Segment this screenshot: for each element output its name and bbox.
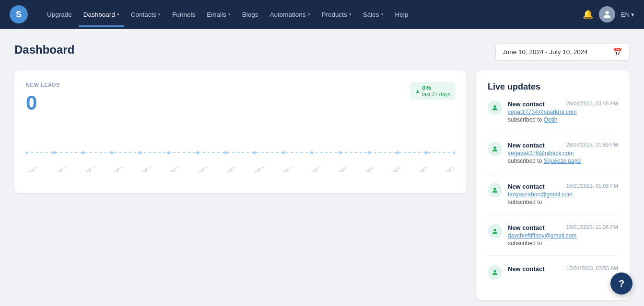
chevron-down-icon: ▾ bbox=[158, 12, 161, 17]
update-item: New contact 15/01/2023, 03:55 AM bbox=[488, 265, 618, 288]
logo[interactable]: S bbox=[10, 5, 28, 23]
svg-point-18 bbox=[493, 147, 496, 149]
nav-automations[interactable]: Automations ▾ bbox=[265, 7, 315, 22]
person-icon bbox=[491, 104, 499, 112]
leads-chart: Jun 10 Jun 12 Jun 14 Jun 16 Jun 18 Jun 2… bbox=[26, 124, 455, 181]
svg-point-12 bbox=[339, 151, 342, 154]
svg-point-6 bbox=[167, 151, 171, 154]
contact-avatar bbox=[488, 265, 502, 280]
chevron-down-icon: ▾ bbox=[117, 12, 119, 17]
live-updates-title: Live updates bbox=[488, 82, 618, 92]
left-column: NEW LEADS 0 ▲ 0% last 31 days bbox=[14, 70, 467, 193]
svg-point-16 bbox=[453, 151, 455, 154]
page-header: Dashboard June 10, 2024 - July 10, 2024 … bbox=[14, 43, 630, 61]
live-updates-card: Live updates New contact 28/09/2023, 03:… bbox=[476, 70, 630, 300]
svg-point-11 bbox=[310, 151, 314, 154]
update-body: New contact 16/01/2023, 01:03 PM tanyasz… bbox=[508, 183, 618, 205]
contact-avatar bbox=[488, 101, 502, 115]
svg-point-20 bbox=[493, 229, 496, 231]
svg-point-21 bbox=[493, 270, 496, 272]
dashboard-columns: NEW LEADS 0 ▲ 0% last 31 days bbox=[14, 70, 630, 300]
update-item: New contact 15/01/2023, 11:26 PM daychie… bbox=[488, 224, 618, 256]
chevron-down-icon: ▾ bbox=[381, 12, 384, 17]
update-sub: subscribed to bbox=[508, 199, 618, 205]
chevron-down-icon: ▾ bbox=[631, 11, 634, 18]
svg-point-9 bbox=[253, 151, 257, 154]
svg-point-15 bbox=[424, 151, 428, 154]
update-item: New contact 28/09/2023, 03:45 PM cepat17… bbox=[488, 101, 618, 132]
update-sub: subscribed to bbox=[508, 240, 618, 247]
person-icon bbox=[491, 186, 499, 194]
language-selector[interactable]: EN ▾ bbox=[621, 11, 634, 18]
funnel-link[interactable]: Optin bbox=[544, 116, 558, 123]
update-sub: subscribed to Squeeze page bbox=[508, 158, 618, 164]
contact-email-link[interactable]: xegavak376@niback.com bbox=[508, 150, 618, 157]
svg-point-19 bbox=[493, 188, 496, 190]
svg-point-3 bbox=[81, 151, 85, 154]
calendar-icon: 📅 bbox=[613, 47, 622, 57]
funnel-link[interactable]: Squeeze page bbox=[544, 158, 581, 164]
contact-avatar bbox=[488, 183, 502, 197]
person-icon bbox=[491, 269, 499, 276]
chart-labels: Jun 10 Jun 12 Jun 14 Jun 16 Jun 18 Jun 2… bbox=[26, 167, 455, 172]
update-body: New contact 28/09/2023, 01:59 PM xegavak… bbox=[508, 142, 618, 164]
leads-label: NEW LEADS 0 bbox=[26, 82, 60, 114]
right-column: Live updates New contact 28/09/2023, 03:… bbox=[476, 70, 630, 300]
svg-point-4 bbox=[110, 151, 114, 154]
page-title: Dashboard bbox=[14, 43, 74, 57]
new-leads-card: NEW LEADS 0 ▲ 0% last 31 days bbox=[14, 70, 467, 193]
update-body: New contact 28/09/2023, 03:45 PM cepat17… bbox=[508, 101, 618, 123]
nav-blogs[interactable]: Blogs bbox=[237, 7, 263, 22]
nav-sales[interactable]: Sales ▾ bbox=[358, 7, 388, 22]
chart-svg bbox=[26, 124, 455, 162]
update-sub: subscribed to Optin bbox=[508, 116, 618, 123]
update-header: New contact 15/01/2023, 03:55 AM bbox=[508, 265, 618, 272]
notification-bell-icon[interactable]: 🔔 bbox=[583, 9, 593, 20]
chevron-down-icon: ▾ bbox=[308, 12, 310, 17]
svg-point-13 bbox=[367, 151, 371, 154]
user-avatar[interactable] bbox=[599, 6, 615, 23]
date-range-picker[interactable]: June 10, 2024 - July 10, 2024 📅 bbox=[495, 43, 630, 61]
update-body: New contact 15/01/2023, 03:55 AM bbox=[508, 265, 618, 280]
navbar: S Upgrade Dashboard ▾ Contacts ▾ Funnels… bbox=[0, 0, 644, 29]
navbar-links: Upgrade Dashboard ▾ Contacts ▾ Funnels E… bbox=[42, 7, 583, 22]
svg-point-7 bbox=[196, 151, 199, 154]
main-content: Dashboard June 10, 2024 - July 10, 2024 … bbox=[0, 29, 644, 306]
leads-card-header: NEW LEADS 0 ▲ 0% last 31 days bbox=[26, 82, 455, 114]
nav-products[interactable]: Products ▾ bbox=[317, 7, 356, 22]
contact-avatar bbox=[488, 224, 502, 238]
nav-emails[interactable]: Emails ▾ bbox=[202, 7, 235, 22]
svg-point-5 bbox=[138, 151, 142, 154]
help-button[interactable]: ? bbox=[610, 272, 632, 295]
leads-badge: ▲ 0% last 31 days bbox=[410, 82, 455, 100]
svg-point-14 bbox=[396, 151, 399, 154]
update-item: New contact 28/09/2023, 01:59 PM xegavak… bbox=[488, 142, 618, 173]
person-icon bbox=[491, 145, 499, 153]
update-header: New contact 28/09/2023, 03:45 PM bbox=[508, 101, 618, 108]
contact-avatar bbox=[488, 142, 502, 156]
svg-point-17 bbox=[493, 105, 496, 108]
update-header: New contact 15/01/2023, 11:26 PM bbox=[508, 224, 618, 231]
contact-email-link[interactable]: daychieftiffany@gmail.com bbox=[508, 232, 618, 239]
nav-contacts[interactable]: Contacts ▾ bbox=[126, 7, 165, 22]
chevron-down-icon: ▾ bbox=[349, 12, 351, 17]
svg-point-10 bbox=[281, 151, 285, 154]
update-body: New contact 15/01/2023, 11:26 PM daychie… bbox=[508, 224, 618, 247]
nav-dashboard[interactable]: Dashboard ▾ bbox=[79, 7, 124, 22]
nav-upgrade[interactable]: Upgrade bbox=[42, 7, 77, 22]
navbar-right: 🔔 EN ▾ bbox=[583, 6, 634, 23]
person-icon bbox=[491, 227, 499, 235]
contact-email-link[interactable]: cepat17734@sparkroi.com bbox=[508, 109, 618, 115]
trend-up-icon: ▲ bbox=[415, 88, 420, 94]
contact-email-link[interactable]: tanyaszabon@gmail.com bbox=[508, 191, 618, 198]
update-header: New contact 16/01/2023, 01:03 PM bbox=[508, 183, 618, 190]
nav-funnels[interactable]: Funnels bbox=[167, 7, 200, 22]
svg-point-8 bbox=[224, 151, 228, 154]
update-item: New contact 16/01/2023, 01:03 PM tanyasz… bbox=[488, 183, 618, 215]
update-header: New contact 28/09/2023, 01:59 PM bbox=[508, 142, 618, 149]
svg-point-2 bbox=[52, 151, 56, 154]
chevron-down-icon: ▾ bbox=[228, 12, 231, 17]
svg-point-1 bbox=[26, 151, 28, 154]
nav-help[interactable]: Help bbox=[390, 7, 413, 22]
svg-point-0 bbox=[605, 11, 609, 14]
